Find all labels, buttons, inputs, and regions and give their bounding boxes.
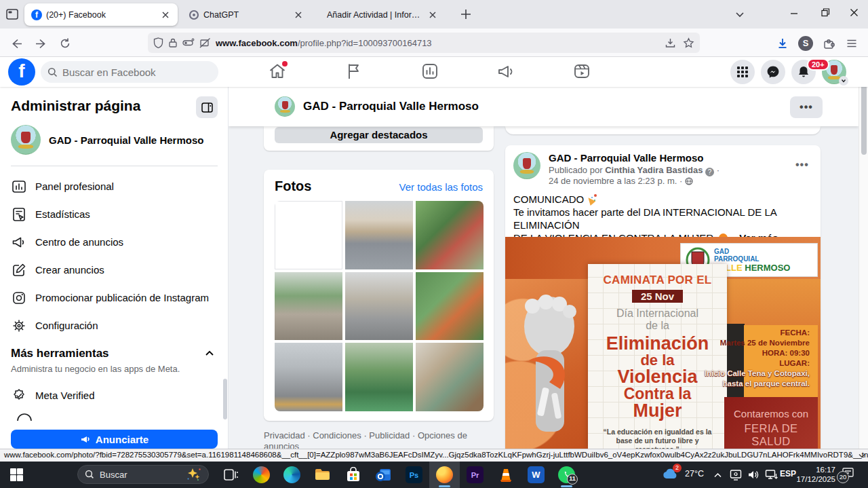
tray-chevron-icon[interactable]	[713, 470, 722, 483]
premiere-app-icon[interactable]: Pr	[460, 462, 490, 488]
sidebar-item-promocionar-instagram[interactable]: Promocionar publicación de Instagram	[5, 284, 222, 312]
firefox-app-icon[interactable]	[429, 462, 460, 488]
browser-tab-chatgpt[interactable]: ChatGPT	[182, 3, 311, 26]
facebook-logo[interactable]: f	[8, 58, 35, 86]
task-view-button[interactable]	[216, 462, 246, 488]
cast-icon[interactable]	[730, 469, 742, 483]
photo-thumbnail[interactable]	[345, 201, 413, 269]
see-all-photos-link[interactable]: Ver todas las fotos	[399, 181, 483, 193]
temperature-label[interactable]: 27°C	[685, 469, 704, 478]
outlook-app-icon[interactable]	[368, 462, 399, 488]
sidebar-item-crear-anuncios[interactable]: Crear anuncios	[5, 256, 222, 284]
more-tools-subtitle: Administra tu negocio en las apps de Met…	[11, 364, 180, 374]
word-app-icon[interactable]: W	[521, 462, 551, 488]
messenger-icon[interactable]	[761, 60, 785, 84]
post-author[interactable]: Cinthia Yadira Bastidas	[605, 165, 703, 175]
notification-center-icon[interactable]: 20	[841, 467, 854, 482]
lock-icon[interactable]	[168, 37, 178, 48]
address-bar[interactable]: www.facebook.com/profile.php?id=10009370…	[148, 33, 700, 53]
sidebar-item-configuracion[interactable]: Configuración	[5, 312, 222, 339]
bookmark-star-icon[interactable]	[683, 37, 694, 49]
tab-close-icon[interactable]	[160, 10, 171, 20]
start-button[interactable]	[1, 462, 32, 488]
post-page-name[interactable]: GAD - Parroquial Valle Hermoso	[549, 152, 703, 164]
account-avatar[interactable]: S	[796, 34, 815, 53]
extensions-puzzle-icon[interactable]	[819, 34, 838, 53]
photo-thumbnail[interactable]	[345, 343, 413, 411]
menu-hamburger-icon[interactable]	[842, 34, 861, 53]
network-icon[interactable]	[765, 469, 778, 483]
save-page-icon[interactable]	[665, 37, 676, 49]
sidebar-scrollbar-thumb[interactable]	[223, 379, 227, 419]
sidebar-item-estadisticas[interactable]: Estadísticas	[5, 200, 222, 228]
help-question-icon[interactable]: ?	[705, 168, 714, 176]
page-avatar-small[interactable]	[275, 96, 295, 117]
apps-grid-icon[interactable]	[730, 60, 755, 84]
photo-thumbnail[interactable]	[275, 343, 342, 411]
reload-button[interactable]	[56, 34, 75, 53]
microsoft-store-app-icon[interactable]	[338, 462, 368, 488]
photo-thumbnail[interactable]	[275, 201, 342, 269]
page-more-button[interactable]: •••	[790, 96, 823, 118]
forward-button[interactable]	[31, 34, 50, 53]
collapse-sidebar-button[interactable]	[196, 96, 218, 118]
insights-nav-icon[interactable]	[420, 62, 439, 81]
tab-close-icon[interactable]	[293, 10, 304, 20]
search-input[interactable]	[62, 67, 198, 78]
ads-megaphone-nav-icon[interactable]	[496, 62, 515, 81]
post-date[interactable]: 24 de noviembre a las 2:23 p. m. ·	[549, 176, 693, 186]
weather-icon[interactable]: 2	[661, 466, 679, 484]
whatsapp-app-icon[interactable]: 11	[551, 462, 582, 488]
photo-thumbnail[interactable]	[416, 201, 484, 269]
photo-thumbnail[interactable]	[275, 272, 342, 341]
home-nav-icon[interactable]	[268, 62, 287, 81]
page-header-name[interactable]: GAD - Parroquial Valle Hermoso	[303, 100, 479, 113]
post-page-avatar[interactable]	[513, 152, 540, 179]
photo-thumbnail[interactable]	[416, 272, 484, 341]
minimize-button[interactable]	[778, 0, 810, 24]
browser-tab-informes[interactable]: Añadir Actividad | Informes Mensua	[316, 3, 445, 26]
footer-line1[interactable]: Privacidad · Condiciones · Publicidad · …	[264, 430, 491, 449]
divider	[11, 166, 218, 166]
file-explorer-app-icon[interactable]	[307, 462, 338, 488]
page-scrollbar[interactable]	[859, 57, 868, 449]
tracking-protection-icon[interactable]	[153, 37, 163, 48]
firefox-view-icon[interactable]	[5, 7, 20, 24]
edge-app-icon[interactable]	[277, 462, 307, 488]
current-page-row[interactable]: GAD - Parroquial Valle Hermoso	[11, 125, 203, 155]
vlc-app-icon[interactable]	[490, 462, 521, 488]
flyer-walk-title: CAMINATA POR EL	[588, 274, 727, 287]
add-highlights-button[interactable]: Agregar destacados	[275, 127, 483, 143]
facebook-search[interactable]	[41, 61, 218, 83]
post-more-button[interactable]: •••	[795, 159, 809, 171]
downloads-icon[interactable]	[773, 34, 792, 53]
clock[interactable]: 16:17 17/12/2025	[792, 466, 835, 484]
tray-date: 17/12/2025	[792, 475, 835, 485]
photo-thumbnail[interactable]	[416, 343, 484, 411]
sidebar-item-meta-verified[interactable]: Meta Verified	[5, 381, 222, 409]
taskbar-search[interactable]: Buscar	[77, 465, 209, 484]
more-tools-header[interactable]: Más herramientas	[11, 347, 214, 360]
sidebar-item-panel-profesional[interactable]: Panel profesional	[5, 172, 222, 200]
photoshop-app-icon[interactable]: Ps	[399, 462, 429, 488]
tab-close-icon[interactable]	[427, 10, 438, 20]
page-sticky-header: GAD - Parroquial Valle Hermoso •••	[229, 87, 859, 126]
pages-flag-nav-icon[interactable]	[344, 62, 363, 81]
post-flyer-image[interactable]: GAD PARROQUIAL VALLE HERMOSO CAMINATA PO…	[505, 237, 821, 449]
copilot-app-icon[interactable]	[246, 462, 277, 488]
photo-thumbnail[interactable]	[345, 272, 413, 341]
new-tab-button[interactable]	[458, 7, 473, 24]
restore-button[interactable]	[810, 0, 841, 24]
reels-nav-icon[interactable]	[572, 62, 591, 81]
tab-title: (20+) Facebook	[46, 10, 155, 20]
browser-tab-facebook[interactable]: f (20+) Facebook	[24, 3, 178, 26]
sidebar-item-centro-anuncios[interactable]: Centro de anuncios	[5, 228, 222, 256]
permissions-toggle-icon[interactable]	[182, 37, 195, 48]
close-button[interactable]	[838, 0, 868, 24]
autoplay-blocked-icon[interactable]	[199, 37, 211, 48]
back-button[interactable]	[7, 34, 26, 53]
tab-list-chevron-icon[interactable]	[734, 8, 746, 23]
sidebar-item-label: Meta Verified	[35, 390, 95, 401]
volume-icon[interactable]	[747, 469, 760, 483]
advertise-button[interactable]: Anunciarte	[11, 430, 218, 449]
